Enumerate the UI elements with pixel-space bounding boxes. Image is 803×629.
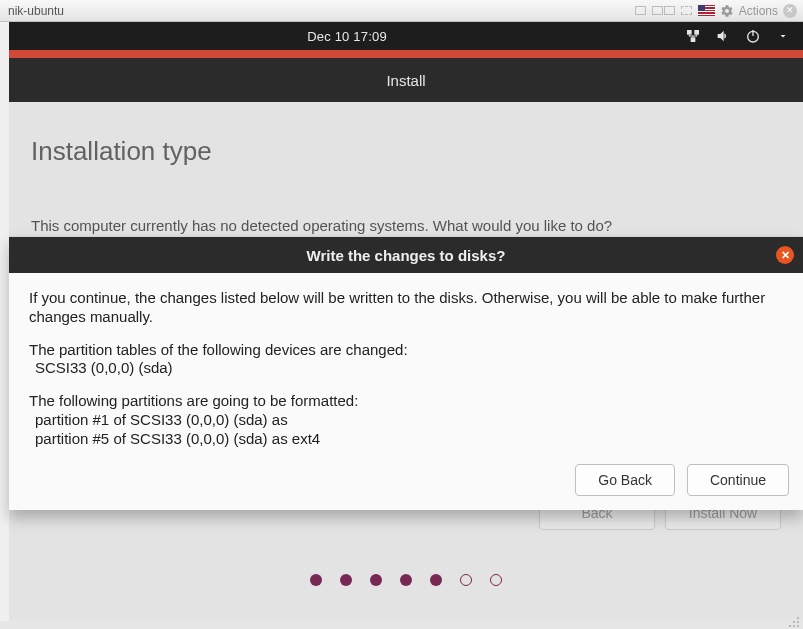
volume-icon[interactable]	[715, 28, 731, 44]
resize-grip-icon[interactable]	[787, 615, 801, 629]
svg-point-5	[797, 617, 799, 619]
gnome-system-tray[interactable]	[677, 28, 803, 44]
progress-dot	[310, 574, 322, 586]
host-left-strip	[0, 22, 9, 621]
progress-dot	[430, 574, 442, 586]
dialog-body: If you continue, the changes listed belo…	[9, 273, 803, 448]
dialog-format-entry: partition #5 of SCSI33 (0,0,0) (sda) as …	[29, 430, 320, 447]
accent-strip	[9, 50, 803, 58]
network-icon[interactable]	[685, 28, 701, 44]
dialog-format-heading: The following partitions are going to be…	[29, 392, 358, 409]
svg-point-10	[789, 625, 791, 627]
progress-dots	[9, 574, 803, 586]
power-icon[interactable]	[745, 28, 761, 44]
progress-dot	[460, 574, 472, 586]
svg-rect-1	[694, 30, 699, 35]
vm-titlebar: nik-ubuntu Actions ✕	[0, 0, 803, 22]
gnome-top-bar: Dec 10 17:09	[9, 22, 803, 50]
installer-window-title: Install	[386, 72, 425, 89]
write-changes-dialog: Write the changes to disks? ✕ If you con…	[9, 236, 803, 510]
gnome-clock[interactable]: Dec 10 17:09	[17, 29, 677, 44]
svg-point-6	[797, 621, 799, 623]
dialog-intro-text: If you continue, the changes listed belo…	[29, 289, 783, 327]
svg-point-7	[793, 621, 795, 623]
dialog-header: Write the changes to disks? ✕	[9, 237, 803, 273]
dialog-footer: Go Back Continue	[9, 448, 803, 510]
installer-window-titlebar: Install	[9, 58, 803, 102]
dialog-tables-heading: The partition tables of the following de…	[29, 341, 408, 358]
vm-flag-icon[interactable]	[698, 5, 715, 16]
vm-gear-icon[interactable]	[720, 4, 734, 18]
go-back-button[interactable]: Go Back	[575, 464, 675, 496]
svg-point-8	[797, 625, 799, 627]
chevron-down-icon[interactable]	[775, 28, 791, 44]
svg-rect-2	[691, 37, 696, 42]
vm-display-multi-icon[interactable]	[652, 6, 676, 15]
vm-window-title: nik-ubuntu	[8, 4, 64, 18]
dialog-close-icon[interactable]: ✕	[776, 246, 794, 264]
svg-point-9	[793, 625, 795, 627]
vm-fullscreen-icon[interactable]	[681, 6, 693, 15]
progress-dot	[400, 574, 412, 586]
vm-close-icon[interactable]: ✕	[783, 4, 797, 18]
dialog-title: Write the changes to disks?	[9, 247, 803, 264]
dialog-table-entry: SCSI33 (0,0,0) (sda)	[29, 359, 173, 376]
continue-button[interactable]: Continue	[687, 464, 789, 496]
vm-display-single-icon[interactable]	[635, 6, 647, 15]
progress-dot	[370, 574, 382, 586]
svg-rect-0	[687, 30, 692, 35]
dialog-format-entry: partition #1 of SCSI33 (0,0,0) (sda) as	[29, 411, 288, 428]
progress-dot	[490, 574, 502, 586]
vm-actions-label[interactable]: Actions	[739, 4, 778, 18]
vm-controls: Actions ✕	[635, 4, 797, 18]
progress-dot	[340, 574, 352, 586]
